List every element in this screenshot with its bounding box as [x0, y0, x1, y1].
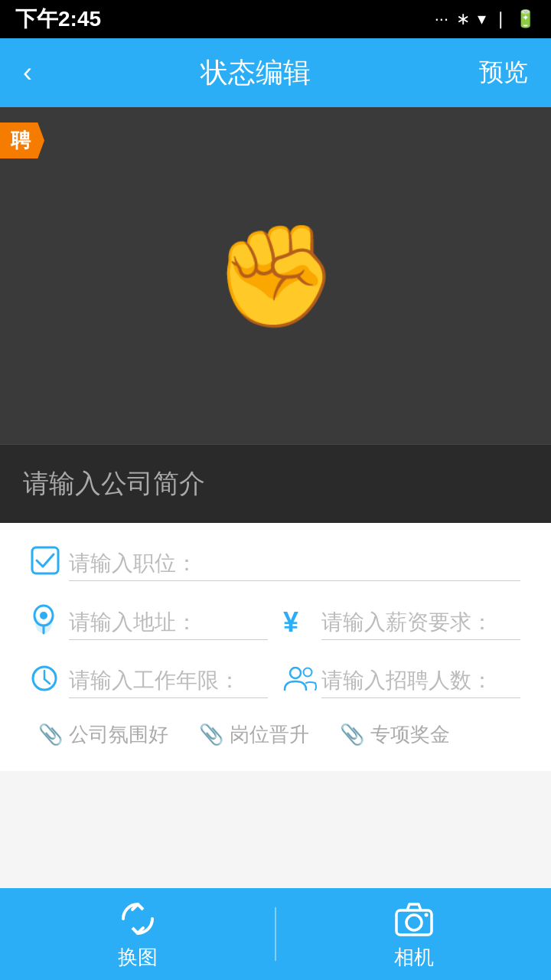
position-row — [31, 546, 520, 581]
wifi-icon: ▾ — [478, 9, 486, 29]
tag-bonus[interactable]: 📎 专项奖金 — [340, 721, 450, 748]
back-button[interactable]: ‹ — [23, 57, 32, 89]
salary-half: ¥ — [283, 606, 520, 640]
intro-area[interactable]: 请输入公司简介 — [0, 444, 551, 523]
people-icon — [283, 665, 321, 698]
experience-input-wrap — [69, 664, 268, 698]
status-bar: 下午2:45 ··· ∗ ▾ ❘ 🔋 — [0, 0, 551, 38]
camera-label: 相机 — [394, 944, 434, 971]
clip-icon-1: 📎 — [38, 723, 63, 746]
position-input-wrap — [69, 547, 520, 581]
tag-promotion[interactable]: 📎 岗位晋升 — [199, 721, 309, 748]
headcount-input[interactable] — [321, 664, 520, 698]
battery-icon: 🔋 — [515, 9, 536, 29]
tag-atmosphere[interactable]: 📎 公司氛围好 — [38, 721, 168, 748]
recruit-badge: 聘 — [0, 122, 44, 158]
status-time: 下午2:45 — [15, 5, 101, 34]
location-icon — [31, 604, 69, 641]
change-image-button[interactable]: 换图 — [0, 898, 275, 971]
tag-bonus-label: 专项奖金 — [370, 721, 450, 748]
experience-input[interactable] — [69, 664, 268, 698]
svg-point-2 — [40, 612, 47, 619]
preview-button[interactable]: 预览 — [479, 56, 528, 90]
change-image-label: 换图 — [118, 944, 158, 971]
tag-atmosphere-label: 公司氛围好 — [69, 721, 168, 748]
checkmark-icon — [31, 546, 69, 581]
clip-icon-2: 📎 — [199, 723, 223, 746]
address-half — [31, 604, 268, 641]
address-input-wrap — [69, 606, 268, 640]
headcount-input-wrap — [321, 664, 520, 698]
signal-icon: ❘ — [494, 9, 507, 29]
salary-input[interactable] — [321, 606, 520, 640]
svg-point-7 — [290, 668, 301, 678]
bluetooth-icon: ∗ — [456, 9, 470, 29]
yen-icon: ¥ — [283, 606, 321, 639]
tag-promotion-label: 岗位晋升 — [230, 721, 309, 748]
camera-button[interactable]: 相机 — [276, 898, 551, 971]
clip-icon-3: 📎 — [340, 723, 364, 746]
experience-half — [31, 664, 268, 698]
headcount-half — [283, 664, 520, 698]
svg-point-10 — [406, 915, 422, 930]
header: ‹ 状态编辑 预览 — [0, 38, 551, 107]
page-title: 状态编辑 — [201, 54, 311, 92]
address-input[interactable] — [69, 606, 268, 640]
fist-emoji: ✊ — [214, 226, 337, 325]
intro-placeholder[interactable]: 请输入公司简介 — [23, 469, 205, 498]
tags-row: 📎 公司氛围好 📎 岗位晋升 📎 专项奖金 — [31, 721, 520, 748]
refresh-icon — [117, 898, 158, 939]
bottom-bar: 换图 相机 — [0, 888, 551, 980]
salary-input-wrap — [321, 606, 520, 640]
svg-point-11 — [424, 913, 428, 916]
dots-icon: ··· — [435, 9, 448, 29]
address-salary-row: ¥ — [31, 604, 520, 641]
form-area: ¥ — [0, 523, 551, 771]
image-area: 聘 ✊ — [0, 107, 551, 444]
clock-icon — [31, 665, 69, 698]
svg-point-8 — [304, 668, 312, 676]
camera-icon — [393, 898, 435, 939]
experience-headcount-row — [31, 664, 520, 698]
status-icons: ··· ∗ ▾ ❘ 🔋 — [435, 9, 536, 29]
position-input[interactable] — [69, 547, 520, 581]
svg-line-6 — [44, 679, 50, 684]
